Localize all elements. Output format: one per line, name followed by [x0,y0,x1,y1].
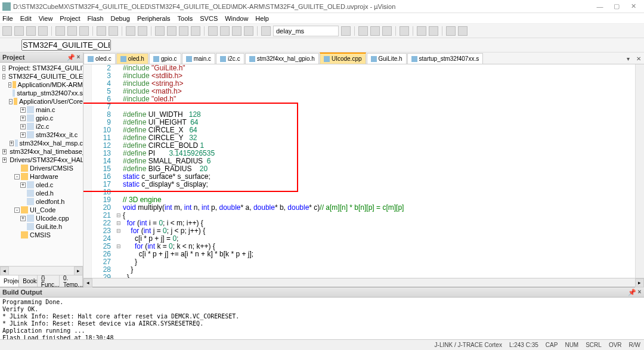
menu-edit[interactable]: Edit [20,15,32,22]
tree-expander[interactable]: + [20,124,26,129]
menu-file[interactable]: File [2,15,13,22]
fold-marker[interactable]: ⊟ [114,227,123,235]
fold-marker[interactable]: ⊟ [114,219,123,227]
code-line[interactable]: #include <stdlib.h> [123,72,635,80]
tree-node[interactable]: CMSIS [0,231,83,239]
nav-fwd-button[interactable] [138,26,147,36]
undo-button[interactable] [97,26,106,36]
project-tree[interactable]: -Project: STM32F4_GUILITE_OLED-STM32F4_G… [0,63,83,266]
comment-button[interactable] [232,26,242,36]
tree-expander[interactable]: - [8,82,11,88]
menu-window[interactable]: Window [225,15,248,22]
save-all-button[interactable] [38,26,48,36]
code-line[interactable]: #include "oled.h" [123,95,635,103]
code-line[interactable]: } [123,266,635,274]
tree-node[interactable]: +stm32f4xx_hal_msp.c [0,139,83,147]
build-output-text[interactable]: Programming Done. Verify OK. * JLink Inf… [0,298,644,339]
code-line[interactable]: for (int j = 0; j < p; j++) { [123,227,635,235]
tree-expander[interactable]: - [9,99,13,104]
pin-icon[interactable]: 📌 [628,289,634,295]
close-button[interactable]: ✕ [625,2,642,10]
tree-node[interactable]: +stm32f4xx_hal_timebase_ [0,147,83,156]
menu-help[interactable]: Help [255,15,269,22]
sidebar-tab[interactable]: {} Func... [38,275,60,287]
uncomment-button[interactable] [244,26,253,36]
debug-button[interactable] [358,26,368,36]
copy-button[interactable] [67,26,77,36]
find-input[interactable] [273,26,339,36]
panel-close-icon[interactable]: × [75,54,82,60]
tree-node[interactable]: +main.c [0,106,83,114]
editor-tab[interactable]: gpio.c [149,53,181,64]
breakpoint-button[interactable] [370,26,380,36]
scroll-right-button[interactable]: ▸ [74,267,83,275]
editor-tab[interactable]: oled.c [83,53,116,64]
tree-node[interactable]: +gpio.c [0,114,83,122]
editor-tab[interactable]: oled.h [116,53,148,64]
tree-expander[interactable]: + [2,149,7,154]
panel-close-icon[interactable]: × [636,289,643,295]
tab-list-button[interactable]: ▾ [624,55,632,64]
sidebar-tab[interactable]: Project [0,275,19,287]
code-line[interactable]: #define UI_WIDTH 128 [123,111,635,119]
editor-tab[interactable]: stm32f4xx_hal_gpio.h [245,53,319,64]
tree-expander[interactable]: + [2,157,7,163]
menu-tools[interactable]: Tools [178,15,193,22]
code-line[interactable]: #include "GuiLite.h" [123,64,635,72]
tree-node[interactable]: startup_stm32f407xx.s [0,89,83,97]
scroll-left-button[interactable]: ◂ [83,278,92,287]
find-dropdown-button[interactable] [341,26,351,36]
tree-expander[interactable]: - [2,74,5,79]
minimize-button[interactable]: — [592,3,608,10]
vertical-scrollbar[interactable] [635,64,644,278]
tree-expander[interactable]: - [14,207,20,213]
outdent-button[interactable] [220,26,230,36]
tree-node[interactable]: +Drivers/STM32F4xx_HAL_Driv [0,156,83,164]
tree-node[interactable]: -Project: STM32F4_GUILITE_OLED [0,64,83,72]
maximize-button[interactable]: ▢ [608,2,625,10]
tree-expander[interactable]: + [20,116,26,121]
code-line[interactable]: #define CIRCLE_X 64 [123,126,635,134]
manage-rte-button[interactable] [429,26,438,36]
bookmark-prev-button[interactable] [167,26,177,36]
editor-tab[interactable]: main.c [182,53,215,64]
editor-tab[interactable]: GuiLite.h [367,53,407,64]
code-line[interactable]: #include <math.h> [123,88,635,95]
menu-flash[interactable]: Flash [88,15,104,22]
fold-marker[interactable]: ⊟ [114,243,123,250]
menu-peripherals[interactable]: Peripherals [137,15,171,22]
sidebar-hscroll[interactable]: ◂ ▸ [0,266,83,275]
menu-svcs[interactable]: SVCS [200,15,218,22]
cut-button[interactable] [55,26,65,36]
code-line[interactable]: } [123,258,635,266]
code-line[interactable]: void multiply(int m, int n, int p, doubl… [123,204,635,212]
tree-node[interactable]: -Application/User/Core [0,97,83,106]
editor-tab[interactable]: i2c.c [216,53,244,64]
new-file-button[interactable] [2,26,12,36]
sidebar-tab[interactable]: 0. Temp... [60,275,83,287]
code-line[interactable]: static c_display* s_display; [123,181,635,188]
save-button[interactable] [26,26,36,36]
window-button[interactable] [400,26,409,36]
target-combo[interactable] [21,39,111,51]
code-editor[interactable]: #include "GuiLite.h"#include <stdlib.h>#… [123,64,635,278]
menu-debug[interactable]: Debug [111,15,130,22]
tree-node[interactable]: -Application/MDK-ARM [0,80,83,89]
fold-gutter[interactable]: ⊟⊟⊟⊟ [114,64,123,278]
tree-node[interactable]: oledfont.h [0,197,83,206]
tree-node[interactable]: -STM32F4_GUILITE_OLED [0,72,83,80]
tree-node[interactable]: +UIcode.cpp [0,214,83,222]
config-button[interactable] [417,26,426,36]
tree-expander[interactable]: - [14,174,20,179]
nav-back-button[interactable] [126,26,135,36]
tree-node[interactable]: oled.h [0,189,83,197]
bookmark-button[interactable] [155,26,165,36]
editor-hscroll[interactable]: ◂ ▸ [83,278,644,287]
bookmark-next-button[interactable] [179,26,188,36]
tree-node[interactable]: -Hardware [0,172,83,181]
tree-node[interactable]: Drivers/CMSIS [0,164,83,172]
menu-project[interactable]: Project [60,15,80,22]
tree-expander[interactable]: + [20,132,26,138]
scroll-right-button[interactable]: ▸ [635,278,644,287]
redo-button[interactable] [109,26,118,36]
